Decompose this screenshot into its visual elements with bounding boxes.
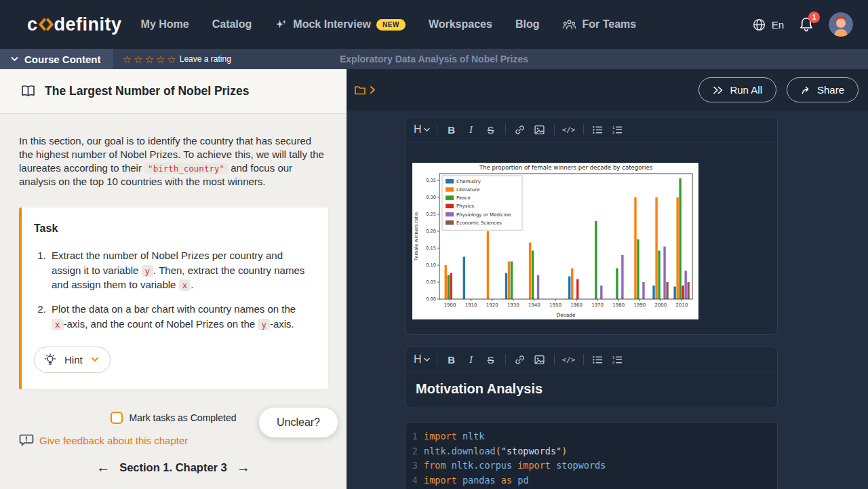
code-icon[interactable]: </> [561, 352, 576, 367]
svg-text:1930: 1930 [507, 302, 519, 308]
nav-item-label: For Teams [582, 18, 636, 31]
folder-breadcrumb[interactable] [354, 85, 376, 96]
feedback-label: Give feedback about this chapter [39, 435, 188, 446]
inline-code-chip: y [258, 319, 270, 330]
svg-text:1950: 1950 [549, 302, 561, 308]
chevron-down-icon [91, 357, 99, 362]
user-avatar[interactable] [829, 12, 853, 37]
rating-star-icon[interactable]: ☆ [167, 54, 176, 64]
rating-star-icon[interactable]: ☆ [134, 54, 142, 64]
code-text: import nltk [418, 429, 484, 444]
toolbar-separator [505, 124, 506, 135]
inline-code-chip: "birth_country" [144, 163, 228, 174]
code-line: 1import nltk [406, 429, 777, 444]
svg-text:2: 2 [612, 360, 614, 364]
heading-icon[interactable]: H [414, 122, 430, 137]
ordered-list-icon[interactable]: 12 [610, 352, 625, 367]
notebook-panel: Run All Share HBIS</>12 The proportion o… [347, 69, 868, 489]
mark-completed-checkbox[interactable] [111, 412, 123, 424]
bullet-list-icon[interactable] [591, 122, 606, 137]
toolbar-separator [437, 124, 437, 135]
italic-icon[interactable]: I [464, 122, 479, 137]
nav-item-label: Blog [515, 18, 540, 31]
bold-icon[interactable]: B [444, 122, 459, 137]
star-rating: ☆☆☆☆☆ [123, 54, 176, 64]
course-content-menu[interactable]: Course Content [0, 49, 113, 69]
language-selector[interactable]: En [752, 18, 784, 32]
svg-text:1920: 1920 [486, 302, 498, 308]
toolbar-separator [554, 354, 555, 365]
svg-text:1990: 1990 [633, 302, 646, 308]
nav-item-blog[interactable]: Blog [515, 18, 540, 31]
nav-item-workspaces[interactable]: Workspaces [429, 18, 492, 31]
svg-text:Female winners ratio: Female winners ratio [414, 212, 419, 260]
link-icon[interactable] [513, 122, 528, 137]
task-card: Task Extract the number of Nobel Prizes … [19, 208, 328, 389]
code-text: import pandas as pd [418, 473, 529, 488]
line-number: 1 [406, 429, 418, 444]
notebook-scroll-area[interactable]: HBIS</>12 The proportion of female winne… [347, 111, 868, 489]
strikethrough-icon[interactable]: S [484, 122, 498, 137]
line-number: 3 [406, 458, 418, 473]
nav-item-catalog[interactable]: Catalog [212, 18, 252, 31]
svg-text:Peace: Peace [456, 195, 471, 201]
svg-text:Physiology or Medicine: Physiology or Medicine [456, 212, 511, 218]
leave-rating-label[interactable]: Leave a rating [180, 54, 231, 64]
rating-star-icon[interactable]: ☆ [123, 54, 132, 64]
line-number: 4 [406, 473, 418, 488]
heading-icon[interactable]: H [414, 352, 430, 367]
lesson-title: The Largest Number of Nobel Prizes [45, 84, 249, 98]
top-navbar: c definity My HomeCatalogMock InterviewN… [0, 0, 868, 49]
notebook-actions: Run All Share [698, 77, 859, 102]
share-icon [801, 85, 811, 95]
run-all-button[interactable]: Run All [698, 77, 776, 102]
task-title: Task [34, 222, 311, 235]
code-cell[interactable]: 1import nltk2nltk.download("stopwords")3… [405, 422, 778, 489]
code-icon[interactable]: </> [561, 122, 576, 137]
svg-text:0.20: 0.20 [426, 229, 436, 234]
hint-button[interactable]: Hint [34, 347, 111, 373]
cell-toolbar: HBIS</>12 [406, 117, 777, 142]
nav-item-label: Workspaces [429, 18, 492, 31]
image-icon[interactable] [532, 352, 547, 367]
nav-item-label: Mock Interview [293, 18, 371, 31]
svg-text:0.30: 0.30 [426, 195, 436, 200]
next-chapter-arrow[interactable]: → [237, 461, 250, 474]
team-icon [562, 19, 576, 31]
nav-item-mock-interview[interactable]: Mock InterviewNEW [275, 18, 406, 31]
ordered-list-icon[interactable]: 12 [610, 122, 625, 137]
prev-chapter-arrow[interactable]: ← [96, 461, 110, 474]
task-item: Extract the number of Nobel Prizes per c… [49, 248, 311, 292]
markdown-cell: HBIS</>12 Motivation Analysis [405, 347, 778, 408]
folder-icon [354, 85, 366, 96]
svg-text:1940: 1940 [528, 302, 540, 308]
code-line: 4import pandas as pd [406, 473, 777, 488]
svg-text:1910: 1910 [465, 302, 477, 308]
sparkles-icon [275, 18, 288, 31]
bold-icon[interactable]: B [444, 352, 459, 367]
strikethrough-icon[interactable]: S [484, 352, 498, 367]
markdown-heading[interactable]: Motivation Analysis [406, 372, 777, 408]
toolbar-separator [554, 124, 555, 135]
nav-item-my-home[interactable]: My Home [141, 18, 189, 31]
notifications-button[interactable]: 1 [799, 16, 814, 33]
inline-code-chip: y [142, 265, 154, 277]
rating-star-icon[interactable]: ☆ [156, 54, 165, 64]
unclear-button[interactable]: Unclear? [259, 408, 338, 437]
chapter-nav: ← Section 1. Chapter 3 → [0, 450, 347, 489]
rating-star-icon[interactable]: ☆ [144, 54, 153, 64]
share-button[interactable]: Share [787, 77, 859, 102]
chapter-label: Section 1. Chapter 3 [119, 461, 227, 474]
codefinity-logo[interactable]: c definity [27, 14, 122, 35]
logo-text-prefix: c [27, 14, 38, 35]
nav-item-for-teams[interactable]: For Teams [562, 18, 636, 31]
image-icon[interactable] [532, 122, 547, 137]
italic-icon[interactable]: I [464, 352, 479, 367]
code-text: nltk.download("stopwords") [418, 444, 567, 459]
female-winners-chart: The proportion of female winners per dec… [412, 163, 698, 319]
svg-text:1980: 1980 [612, 302, 625, 308]
bullet-list-icon[interactable] [591, 352, 606, 367]
link-icon[interactable] [513, 352, 528, 367]
globe-icon [752, 18, 766, 32]
svg-text:0.05: 0.05 [426, 279, 436, 285]
